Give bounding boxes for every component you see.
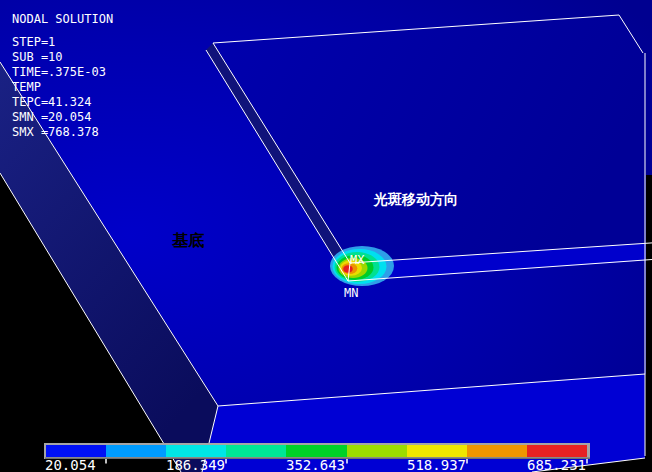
info-line-step: STEP=1 xyxy=(12,35,55,49)
legend-value-3: 352.643 xyxy=(286,457,345,472)
info-line-smn: SMN =20.054 xyxy=(12,110,91,124)
colorbar-segment-7 xyxy=(407,445,467,457)
legend-value-1: 20.054 xyxy=(45,457,96,472)
colorbar-segment-2 xyxy=(106,445,166,457)
info-line-smx: SMX =768.378 xyxy=(12,125,99,139)
colorbar-segment-8 xyxy=(467,445,527,457)
colorbar-segment-9 xyxy=(527,445,587,457)
info-line-tepc: TEPC=41.324 xyxy=(12,95,91,109)
colorbar-segment-4 xyxy=(226,445,286,457)
legend-value-4: 518.937 xyxy=(407,457,466,472)
legend-value-5: 685.231 xyxy=(527,457,586,472)
colorbar-segments xyxy=(46,445,587,457)
info-line-title: NODAL SOLUTION xyxy=(12,12,113,26)
colorbar-segment-6 xyxy=(347,445,407,457)
info-line-sub: SUB =10 xyxy=(12,50,63,64)
substrate-label: 基底 xyxy=(172,231,205,250)
legend-value-2: 186.349 xyxy=(166,457,225,472)
ansys-graphics-window[interactable]: MX MN 基底 光斑移动方向 NODAL SOLUTION STEP=1 SU… xyxy=(0,0,652,472)
info-line-time: TIME=.375E-03 xyxy=(12,65,106,79)
colorbar-segment-3 xyxy=(166,445,226,457)
min-temp-marker: MN xyxy=(344,286,358,300)
info-line-temp: TEMP xyxy=(12,80,41,94)
fea-render-canvas: MX MN 基底 光斑移动方向 NODAL SOLUTION STEP=1 SU… xyxy=(0,0,652,472)
max-temp-marker: MX xyxy=(350,253,365,267)
colorbar-segment-1 xyxy=(46,445,106,457)
spot-direction-label: 光斑移动方向 xyxy=(373,191,458,207)
colorbar-segment-5 xyxy=(286,445,347,457)
right-clip-sliver xyxy=(646,175,652,457)
